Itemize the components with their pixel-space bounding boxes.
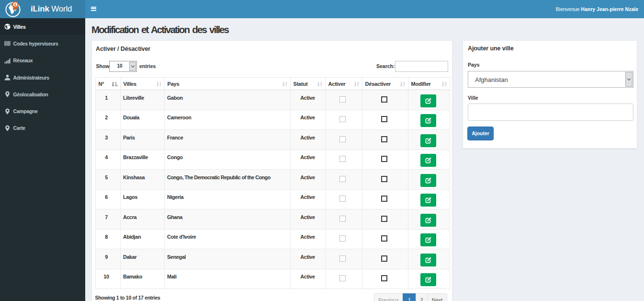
svg-text:$: $ <box>14 2 17 7</box>
